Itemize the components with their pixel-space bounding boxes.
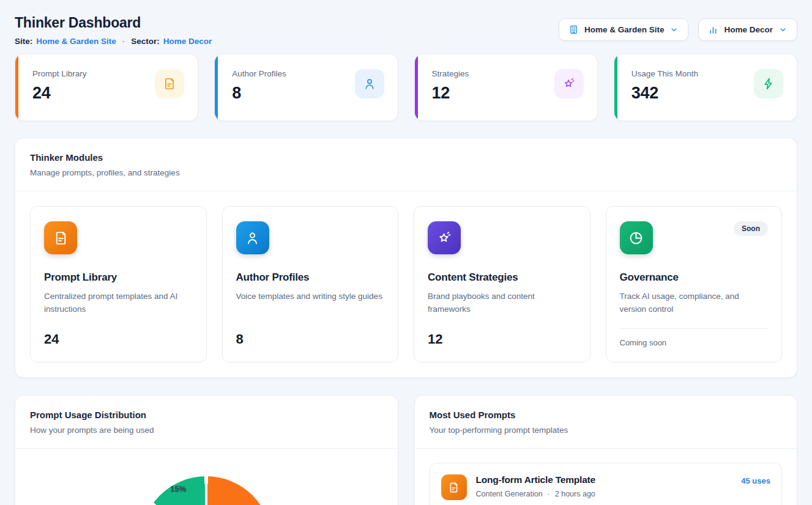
soon-badge: Soon bbox=[734, 221, 768, 236]
usage-panel-title: Prompt Usage Distribution bbox=[30, 410, 383, 420]
module-count: 12 bbox=[428, 331, 576, 347]
prompts-panel-subtitle: Your top-performing prompt templates bbox=[430, 426, 783, 435]
site-selector-dropdown[interactable]: Home & Garden Site bbox=[559, 18, 689, 41]
breadcrumb: Site: Home & Garden Site · Sector: Home … bbox=[15, 37, 212, 46]
prompt-text: Long-form Article Template Content Gener… bbox=[476, 474, 732, 498]
document-icon bbox=[44, 221, 77, 254]
donut-ring[interactable] bbox=[141, 476, 272, 505]
module-description: Centralized prompt templates and AI inst… bbox=[44, 290, 191, 316]
chevron-down-icon bbox=[669, 25, 679, 34]
module-card-author-profiles[interactable]: Author Profiles Voice templates and writ… bbox=[222, 206, 399, 363]
sector-link[interactable]: Home Decor bbox=[163, 37, 212, 46]
donut-chart-area: 15% bbox=[15, 476, 398, 505]
module-count: 8 bbox=[236, 331, 385, 347]
stat-card-strategies[interactable]: Strategies 12 bbox=[414, 54, 598, 121]
star-sparkle-icon bbox=[554, 69, 584, 98]
module-count: 24 bbox=[44, 331, 193, 347]
prompt-category: Content Generation bbox=[476, 490, 543, 498]
modules-panel-header: Thinker Modules Manage prompts, profiles… bbox=[15, 138, 797, 191]
stats-row: Prompt Library 24 Author Profiles 8 Stra… bbox=[15, 54, 797, 121]
prompts-panel-title: Most Used Prompts bbox=[430, 410, 783, 420]
chevron-down-icon bbox=[778, 25, 788, 34]
slice-label-green: 15% bbox=[170, 484, 186, 493]
module-title: Prompt Library bbox=[44, 271, 193, 284]
building-icon bbox=[568, 24, 579, 35]
prompt-usage-panel: Prompt Usage Distribution How your promp… bbox=[15, 395, 398, 505]
module-card-governance[interactable]: Soon Governance Track AI usage, complian… bbox=[606, 206, 783, 363]
site-label: Site: bbox=[15, 37, 32, 46]
sector-selector-label: Home Decor bbox=[724, 25, 773, 34]
prompts-panel-header: Most Used Prompts Your top-performing pr… bbox=[415, 396, 797, 449]
header-actions: Home & Garden Site Home Decor bbox=[559, 18, 797, 41]
site-selector-label: Home & Garden Site bbox=[584, 25, 665, 34]
module-description: Voice templates and writing style guides bbox=[236, 290, 383, 303]
modules-panel-title: Thinker Modules bbox=[30, 152, 782, 163]
bar-chart-icon bbox=[708, 24, 718, 35]
modules-panel-subtitle: Manage prompts, profiles, and strategies bbox=[30, 168, 782, 177]
prompt-meta: Content Generation · 2 hours ago bbox=[476, 490, 732, 498]
donut-chart[interactable]: 15% bbox=[141, 476, 272, 505]
dashboard-page: Thinker Dashboard Site: Home & Garden Si… bbox=[0, 0, 812, 505]
user-icon bbox=[355, 69, 384, 98]
stat-card-prompt-library[interactable]: Prompt Library 24 bbox=[15, 54, 198, 121]
stat-card-usage[interactable]: Usage This Month 342 bbox=[614, 54, 797, 121]
prompt-title: Long-form Article Template bbox=[476, 474, 732, 485]
sector-label: Sector: bbox=[131, 37, 160, 46]
header-left: Thinker Dashboard Site: Home & Garden Si… bbox=[15, 13, 212, 46]
star-sparkle-icon bbox=[428, 221, 461, 254]
prompt-uses-badge: 45 uses bbox=[741, 476, 770, 485]
module-card-content-strategies[interactable]: Content Strategies Brand playbooks and c… bbox=[414, 206, 590, 363]
prompt-list-item[interactable]: Long-form Article Template Content Gener… bbox=[430, 463, 783, 505]
thinker-modules-panel: Thinker Modules Manage prompts, profiles… bbox=[15, 138, 797, 378]
prompts-list: Long-form Article Template Content Gener… bbox=[415, 449, 797, 505]
bottom-row: Prompt Usage Distribution How your promp… bbox=[15, 395, 797, 505]
module-description: Track AI usage, compliance, and version … bbox=[620, 290, 767, 316]
top-bar: Thinker Dashboard Site: Home & Garden Si… bbox=[15, 13, 797, 46]
prompt-time: 2 hours ago bbox=[555, 490, 595, 498]
most-used-prompts-panel: Most Used Prompts Your top-performing pr… bbox=[414, 395, 798, 505]
lightning-icon bbox=[754, 69, 783, 98]
module-title: Governance bbox=[620, 271, 769, 284]
document-icon bbox=[441, 474, 467, 500]
module-title: Author Profiles bbox=[236, 271, 385, 284]
module-description: Brand playbooks and content frameworks bbox=[428, 290, 575, 316]
document-icon bbox=[155, 69, 184, 98]
site-link[interactable]: Home & Garden Site bbox=[36, 37, 116, 46]
stat-card-author-profiles[interactable]: Author Profiles 8 bbox=[214, 54, 398, 121]
dot-separator: · bbox=[122, 37, 125, 46]
module-footer: Coming soon bbox=[620, 328, 769, 347]
module-title: Content Strategies bbox=[428, 271, 576, 284]
dot-separator: · bbox=[548, 490, 550, 498]
pie-chart-icon bbox=[620, 221, 653, 254]
page-title: Thinker Dashboard bbox=[15, 13, 212, 32]
user-icon bbox=[236, 221, 269, 254]
modules-grid: Prompt Library Centralized prompt templa… bbox=[15, 191, 797, 377]
module-card-prompt-library[interactable]: Prompt Library Centralized prompt templa… bbox=[30, 206, 207, 363]
usage-panel-header: Prompt Usage Distribution How your promp… bbox=[15, 396, 398, 449]
sector-selector-dropdown[interactable]: Home Decor bbox=[698, 18, 797, 41]
usage-panel-subtitle: How your prompts are being used bbox=[30, 426, 383, 435]
